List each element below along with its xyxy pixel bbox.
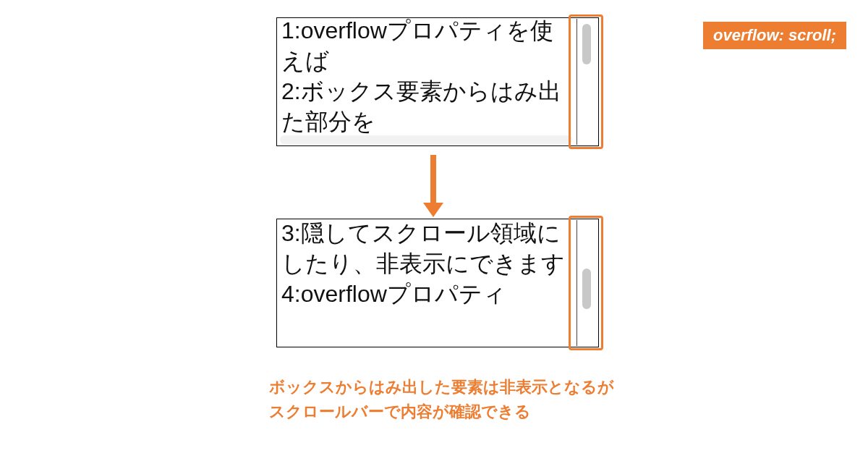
vertical-scroll-thumb[interactable]: [582, 24, 591, 64]
horizontal-scrollbar[interactable]: [280, 135, 572, 144]
example-box-after: 3:隠してスクロール領域にしたり、非表示にできます 4:overflowプロパテ…: [276, 219, 599, 347]
vertical-scroll-thumb[interactable]: [582, 269, 591, 309]
vertical-scrollbar[interactable]: [576, 21, 597, 143]
example-text-before: 1:overflowプロパティを使えば 2:ボックス要素からはみ出た部分を: [281, 15, 571, 137]
scrollbar-divider: [576, 19, 577, 145]
caption-text: ボックスからはみ出した要素は非表示となるが スクロールバーで内容が確認できる: [269, 375, 614, 424]
arrow-down-icon: [430, 155, 436, 206]
scrollbar-divider: [576, 220, 577, 346]
example-text-after: 3:隠してスクロール領域にしたり、非表示にできます 4:overflowプロパテ…: [281, 218, 571, 309]
css-property-badge: overflow: scroll;: [703, 22, 846, 49]
example-box-before: 1:overflowプロパティを使えば 2:ボックス要素からはみ出た部分を: [276, 17, 599, 146]
vertical-scrollbar[interactable]: [576, 222, 597, 344]
